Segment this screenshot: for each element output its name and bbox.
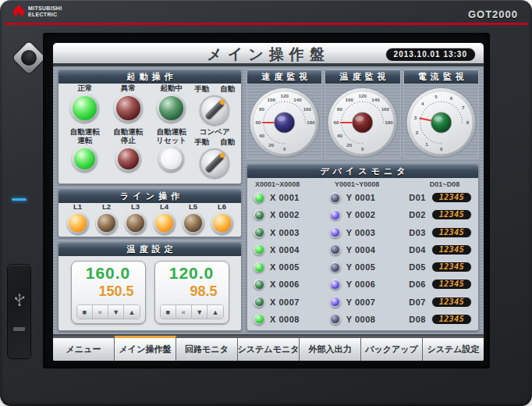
line-button-L3[interactable] — [125, 212, 147, 234]
temperature-panel-title: 温度設定 — [59, 243, 241, 256]
tab-0[interactable]: メニュー — [53, 336, 115, 361]
x-label: X 0004 — [270, 245, 300, 255]
hmi-terminal: MITSUBISHI ELECTRIC GOT2000 メイン操作盤 2013.… — [0, 0, 532, 406]
d-label: D05 — [409, 262, 426, 272]
svg-text:180: 180 — [385, 119, 394, 125]
touchscreen: メイン操作盤 2013.10.01 13:30 起動操作 正常異常起動中手動自動… — [53, 43, 484, 361]
x-row-7: X 0008 — [254, 312, 330, 327]
y-label: Y 0004 — [346, 245, 376, 255]
line-lamps-row: L1L2L3L4L5L6 — [59, 203, 241, 237]
x-lamp-2-lens — [255, 228, 264, 237]
line-button-L6-lens — [213, 214, 231, 232]
svg-text:4: 4 — [421, 101, 424, 106]
indicator-label: 異常 — [121, 84, 136, 93]
startup-panel: 起動操作 正常異常起動中手動自動 自動運転運転自動運転停止自動運転リセットコンベ… — [58, 69, 242, 184]
selector-labels: 手動自動 — [194, 84, 235, 94]
startup-button-2: 自動運転リセット — [150, 128, 193, 178]
y-lamp-4-lens — [331, 263, 339, 272]
d-value-display: 12345 — [431, 227, 472, 238]
d-value-display: 12345 — [431, 262, 472, 272]
fast-button[interactable]: « — [93, 305, 108, 319]
power-led — [12, 198, 27, 201]
y-row-5: Y 0006 — [330, 276, 410, 292]
gauge-title-1: 温度監視 — [325, 70, 399, 84]
device-monitor-column-headers: X0001~X0008 Y0001~Y0008 D01~D08 — [247, 178, 478, 189]
left-column: 起動操作 正常異常起動中手動自動 自動運転運転自動運転停止自動運転リセットコンベ… — [58, 69, 242, 331]
y-label: Y 0002 — [346, 210, 376, 219]
startup-pushbutton-1[interactable] — [115, 146, 141, 172]
line-lamp-L1: L1 — [63, 203, 92, 234]
y-label: Y 0001 — [346, 193, 376, 202]
line-button-L4[interactable] — [154, 212, 176, 234]
svg-text:0: 0 — [361, 146, 364, 151]
conveyor-right-label: 自動 — [220, 137, 235, 148]
xc-rows: X 0001X 0002X 0003X 0004X 0005X 0006X 00… — [254, 190, 330, 327]
startup-indicator-0: 正常 — [63, 84, 107, 125]
line-button-L1[interactable] — [67, 212, 89, 234]
d-label: D03 — [409, 228, 426, 237]
d-value-display: 12345 — [431, 209, 472, 220]
y-label: Y 0003 — [346, 228, 376, 237]
y-row-2: Y 0003 — [330, 225, 410, 240]
y-lamp-6-lens — [331, 297, 339, 306]
conveyor-selector: コンベア手動自動 — [193, 128, 237, 178]
tab-4[interactable]: 外部入出力 — [300, 336, 361, 361]
svg-text:7: 7 — [462, 105, 465, 110]
gauge-1: 020406080100120140160180 — [325, 84, 399, 158]
selector-left-label: 手動 — [194, 84, 209, 94]
indicator-label: 起動中 — [161, 84, 183, 93]
svg-text:20: 20 — [268, 142, 274, 148]
line-lamp-label: L3 — [131, 203, 140, 212]
temp-button-row: ■«▼▲ — [76, 304, 140, 319]
line-lamp-label: L1 — [73, 203, 82, 212]
temp-controller-1: 120.098.5■«▼▲ — [154, 261, 229, 324]
bezel-corner-button[interactable] — [12, 41, 45, 74]
y-row-6: Y 0007 — [330, 294, 410, 310]
line-button-L2[interactable] — [96, 212, 118, 234]
tab-6[interactable]: システム設定 — [423, 336, 484, 361]
startup-button-0: 自動運転運転 — [63, 128, 107, 178]
startup-pushbutton-0[interactable] — [72, 146, 98, 172]
d-row-5: D0612345 — [409, 276, 472, 292]
d-value-display: 12345 — [431, 244, 472, 255]
d-column-header: D01~D08 — [419, 180, 470, 188]
x-lamp-5-lens — [255, 280, 264, 289]
line-button-L6[interactable] — [211, 212, 233, 234]
startup-pushbutton-2[interactable] — [158, 146, 184, 172]
stop-button[interactable]: ■ — [161, 305, 176, 319]
conveyor-selector-knob[interactable] — [200, 148, 229, 178]
indicator-lamp-2-lens — [159, 96, 183, 120]
down-button[interactable]: ▼ — [108, 305, 124, 319]
d-row-3: D0412345 — [409, 242, 472, 258]
fast-button[interactable]: « — [176, 305, 192, 319]
tab-5[interactable]: バックアップ — [361, 336, 423, 361]
svg-text:100: 100 — [268, 97, 276, 102]
x-label: X 0005 — [270, 262, 300, 272]
tab-2[interactable]: 回路モニタ — [176, 336, 238, 361]
x-label: X 0003 — [270, 228, 300, 237]
up-button[interactable]: ▲ — [124, 305, 139, 319]
x-row-2: X 0003 — [254, 225, 330, 240]
x-row-3: X 0004 — [254, 242, 330, 258]
startup-button-1: 自動運転停止 — [107, 128, 151, 178]
line-button-L5[interactable] — [183, 212, 204, 234]
x-lamp-5 — [254, 279, 264, 290]
stop-button[interactable]: ■ — [77, 305, 93, 319]
line-button-L1-lens — [69, 214, 87, 232]
conveyor-title: コンベア — [200, 128, 230, 137]
x-lamp-4-lens — [255, 263, 264, 272]
d-row-1: D0212345 — [409, 207, 472, 223]
tab-3[interactable]: システムモニタ — [238, 336, 300, 361]
svg-text:160: 160 — [303, 106, 312, 112]
mode-selector-knob[interactable] — [200, 95, 229, 125]
y-lamp-0 — [330, 192, 341, 203]
y-row-7: Y 0008 — [330, 312, 410, 327]
datetime-display: 2013.10.01 13:30 — [385, 48, 476, 62]
button-label: 自動運転停止 — [113, 128, 143, 145]
tab-1[interactable]: メイン操作盤 — [115, 336, 176, 361]
down-button[interactable]: ▼ — [192, 305, 207, 319]
conveyor-left-label: 手動 — [194, 137, 209, 148]
usb-port-cover[interactable] — [7, 264, 31, 359]
line-lamp-L4: L4 — [150, 203, 179, 234]
up-button[interactable]: ▲ — [207, 305, 222, 319]
